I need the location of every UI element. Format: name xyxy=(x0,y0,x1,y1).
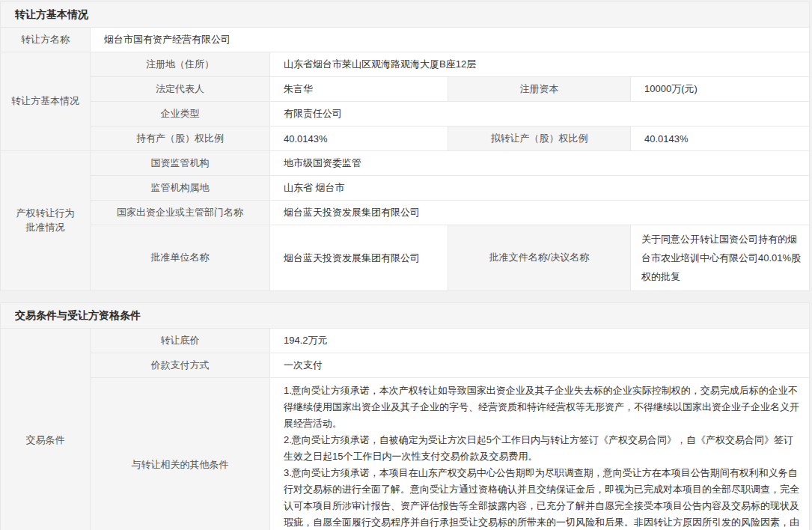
group-label-trade-conditions: 交易条件 xyxy=(1,329,91,530)
table-row: 产权转让行为 批准情况 国资监管机构 地市级国资委监管 xyxy=(1,151,810,176)
table-row: 批准单位名称 烟台蓝天投资发展集团有限公司 批准文件名称/决议名称 关于同意公开… xyxy=(1,225,810,291)
table-row: 法定代表人 朱言华 注册资本 10000万(元) xyxy=(1,77,810,102)
table-row: 国家出资企业或主管部门名称 烟台蓝天投资发展集团有限公司 xyxy=(1,201,810,225)
table-row: 转让方名称 烟台市国有资产经营有限公司 xyxy=(1,28,810,52)
table-row: 转让方基本情况 注册地（住所） 山东省烟台市莱山区观海路观海大厦B座12层 xyxy=(1,52,810,77)
group-label-approval-info: 产权转让行为 批准情况 xyxy=(1,151,91,291)
regulator-region-label: 监管机构属地 xyxy=(91,176,270,201)
registered-address-label: 注册地（住所） xyxy=(91,52,270,77)
payment-method-label: 价款支付方式 xyxy=(91,353,270,378)
payment-method-value: 一次支付 xyxy=(270,353,810,378)
holding-ratio-label: 持有产（股）权比例 xyxy=(91,127,270,151)
table-row: 价款支付方式 一次支付 xyxy=(1,353,810,378)
group-label-basic-info: 转让方基本情况 xyxy=(1,52,91,151)
table-row: 企业类型 有限责任公司 xyxy=(1,102,810,127)
transferor-name-value: 烟台市国有资产经营有限公司 xyxy=(91,28,810,52)
planned-transfer-ratio-label: 拟转让产（股）权比例 xyxy=(448,127,631,151)
table-row: 交易条件 转让底价 194.2万元 xyxy=(1,329,810,353)
section-title-conditions: 交易条件与受让方资格条件 xyxy=(1,303,810,329)
state-enterprise-value: 烟台蓝天投资发展集团有限公司 xyxy=(270,201,810,225)
floor-price-label: 转让底价 xyxy=(91,329,270,353)
section-header-row: 转让方基本情况 xyxy=(1,2,810,28)
floor-price-value: 194.2万元 xyxy=(270,329,810,353)
table-row: 与转让相关的其他条件 1.意向受让方须承诺，本次产权转让如导致国家出资企业及其子… xyxy=(1,378,810,530)
legal-representative-label: 法定代表人 xyxy=(91,77,270,102)
section-title-transferor: 转让方基本情况 xyxy=(1,2,810,28)
enterprise-type-value: 有限责任公司 xyxy=(270,102,810,127)
table-row: 持有产（股）权比例 40.0143% 拟转让产（股）权比例 40.0143% xyxy=(1,127,810,151)
transferor-info-table: 转让方基本情况 转让方名称 烟台市国有资产经营有限公司 转让方基本情况 注册地（… xyxy=(0,1,810,291)
regulator-value: 地市级国资委监管 xyxy=(270,151,810,176)
trade-conditions-table: 交易条件与受让方资格条件 交易条件 转让底价 194.2万元 价款支付方式 一次… xyxy=(0,302,810,530)
registered-capital-label: 注册资本 xyxy=(448,77,631,102)
approval-doc-label: 批准文件名称/决议名称 xyxy=(448,225,631,291)
approval-unit-label: 批准单位名称 xyxy=(91,225,270,291)
state-enterprise-label: 国家出资企业或主管部门名称 xyxy=(91,201,270,225)
transferor-name-label: 转让方名称 xyxy=(1,28,91,52)
section-header-row: 交易条件与受让方资格条件 xyxy=(1,303,810,329)
approval-unit-value: 烟台蓝天投资发展集团有限公司 xyxy=(270,225,448,291)
transfer-listing-page: 转让方基本情况 转让方名称 烟台市国有资产经营有限公司 转让方基本情况 注册地（… xyxy=(0,0,812,530)
regulator-region-value: 山东省 烟台市 xyxy=(270,176,810,201)
other-conditions-value: 1.意向受让方须承诺，本次产权转让如导致国家出资企业及其子企业失去标的企业实际控… xyxy=(270,378,810,530)
registered-capital-value: 10000万(元) xyxy=(631,77,810,102)
planned-transfer-ratio-value: 40.0143% xyxy=(631,127,810,151)
regulator-label: 国资监管机构 xyxy=(91,151,270,176)
table-row: 监管机构属地 山东省 烟台市 xyxy=(1,176,810,201)
approval-doc-value: 关于同意公开转让国资公司持有的烟台市农业培训中心有限公司40.01%股权的批复 xyxy=(631,225,810,291)
registered-address-value: 山东省烟台市莱山区观海路观海大厦B座12层 xyxy=(270,52,810,77)
legal-representative-value: 朱言华 xyxy=(270,77,448,102)
holding-ratio-value: 40.0143% xyxy=(270,127,448,151)
enterprise-type-label: 企业类型 xyxy=(91,102,270,127)
other-conditions-label: 与转让相关的其他条件 xyxy=(91,378,270,530)
